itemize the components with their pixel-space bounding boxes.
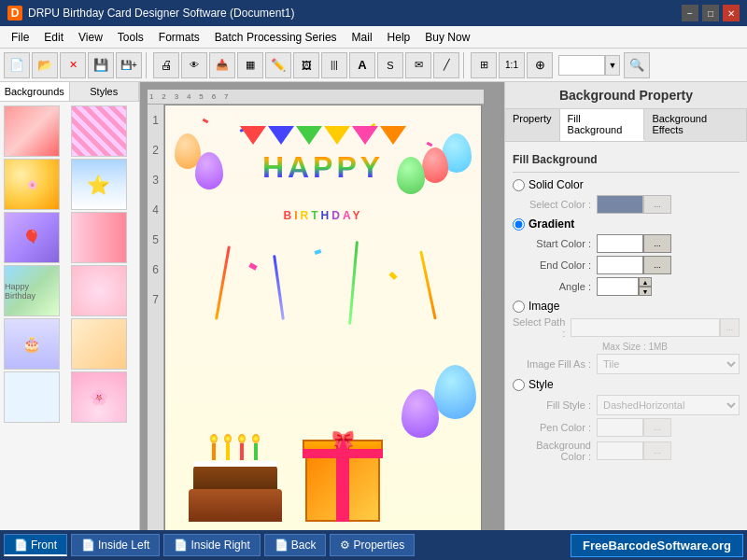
bg-thumb-7[interactable]: Happy Birthday [4,265,60,316]
tab-back[interactable]: 📄 Back [264,534,327,556]
tab-fill-background[interactable]: Fill Background [560,109,645,141]
pencil-button[interactable]: ✏️ [265,52,291,78]
tab-properties[interactable]: ⚙ Properties [330,534,415,556]
menu-tools[interactable]: Tools [110,29,151,46]
menubar: File Edit View Tools Formats Batch Proce… [0,26,747,49]
gradient-radio[interactable] [513,218,525,231]
menu-buynow[interactable]: Buy Now [417,29,477,46]
save-as-button[interactable]: 💾+ [116,52,142,78]
toolbar: 📄 📂 ✕ 💾 💾+ 🖨 👁 📥 ▦ ✏️ 🖼 ||| A S ✉ ╱ ⊞ 1:… [0,49,747,82]
pen-color-browse[interactable]: ... [643,418,671,437]
end-color-browse[interactable]: ... [643,256,671,274]
menu-batch[interactable]: Batch Processing Series [207,29,345,46]
import-button[interactable]: 📥 [209,52,235,78]
shape-button[interactable]: S [377,52,403,78]
inside-right-label: Inside Right [190,539,249,552]
image-radio[interactable] [513,301,525,313]
end-color-row: End Color : ... [513,256,740,274]
path-browse[interactable]: ... [720,318,740,337]
ruler-button[interactable]: 1:1 [499,52,525,78]
bg-thumb-1[interactable] [4,105,60,157]
text-button[interactable]: A [349,52,375,78]
menu-help[interactable]: Help [380,29,418,46]
titlebar-controls: − □ ✕ [682,5,740,21]
gradient-label: Gradient [529,217,574,231]
maximize-button[interactable]: □ [702,5,719,21]
barcode-button[interactable]: ▦ [237,52,263,78]
path-input[interactable] [571,318,720,337]
back-icon: 📄 [275,539,289,552]
sign-button[interactable]: ✉ [405,52,431,78]
menu-formats[interactable]: Formats [151,29,207,46]
bg-thumb-9[interactable]: 🎂 [4,318,60,370]
fill-style-select[interactable]: DashedHorizontal DashedVertical Solid [597,395,740,415]
inside-left-label: Inside Left [98,539,149,552]
solid-color-browse[interactable]: ... [643,195,671,214]
line-button[interactable]: ╱ [433,52,459,78]
bg-thumb-3[interactable]: 🌸 [4,159,60,210]
minimize-button[interactable]: − [682,5,698,21]
image-fill-as-label: Image Fill As : [513,358,597,370]
bg-thumb-12[interactable]: 🌸 [71,371,127,423]
bg-color-row: Background Color : ... [513,440,740,462]
select-path-row: Select Path : ... [513,316,740,339]
open-button[interactable]: 📂 [32,52,58,78]
start-color-browse[interactable]: ... [643,234,671,253]
tab-backgrounds[interactable]: Backgrounds [0,82,70,101]
pen-color-swatch[interactable] [597,418,643,437]
properties-label: Properties [353,539,404,552]
menu-edit[interactable]: Edit [36,29,71,46]
bg-color-swatch[interactable] [597,441,643,460]
solid-color-swatch[interactable] [597,195,643,214]
new-button[interactable]: 📄 [4,52,30,78]
card-canvas[interactable]: HAPPY BIRTHDAY [164,105,482,530]
tab-inside-left[interactable]: 📄 Inside Left [71,534,160,556]
start-color-swatch[interactable] [597,234,643,253]
image-button[interactable]: 🖼 [293,52,319,78]
tab-property[interactable]: Property [505,109,560,141]
bottom-tabs-left: 📄 Front 📄 Inside Left 📄 Inside Right 📄 B… [4,534,415,556]
tab-inside-right[interactable]: 📄 Inside Right [163,534,260,556]
bg-thumb-2[interactable] [71,105,127,157]
grid-button[interactable]: ⊞ [471,52,497,78]
max-size-label: Max Size : 1MB [602,342,740,352]
front-icon: 📄 [14,539,28,552]
tab-front[interactable]: 📄 Front [4,534,67,556]
angle-row: Angle : 359 ▲ ▼ [513,277,740,296]
close-button[interactable]: ✕ [723,5,740,21]
preview-button[interactable]: 👁 [181,52,207,78]
angle-spinbox: ▲ ▼ [639,277,652,296]
menu-file[interactable]: File [4,29,36,46]
menu-view[interactable]: View [71,29,110,46]
bg-color-browse[interactable]: ... [643,441,671,460]
canvas-with-ruler: 1234567 [148,105,484,530]
fill-style-row: Fill Style : DashedHorizontal DashedVert… [513,395,740,415]
angle-up-btn[interactable]: ▲ [639,277,652,287]
image-fill-select[interactable]: Tile Stretch Center [597,354,740,374]
bg-thumb-6[interactable] [71,212,127,263]
zoom-dropdown-btn[interactable]: ▼ [605,55,620,76]
bg-thumb-8[interactable] [71,265,127,316]
angle-input[interactable]: 359 [597,277,639,296]
menu-mail[interactable]: Mail [345,29,380,46]
style-radio[interactable] [513,379,525,391]
save-button[interactable]: 💾 [88,52,114,78]
zoom-out-button[interactable]: 🔍 [624,52,650,78]
sidebar-tabs: Backgrounds Styles [0,82,139,102]
bg-thumb-5[interactable]: 🎈 [4,212,60,263]
end-color-swatch[interactable] [597,256,643,274]
barcode2-button[interactable]: ||| [321,52,347,78]
app-icon: D [7,6,22,21]
zoom-in-button[interactable]: ⊕ [527,52,553,78]
bg-thumb-10[interactable] [71,318,127,370]
close-doc-button[interactable]: ✕ [60,52,86,78]
zoom-input[interactable]: 150% [558,55,605,76]
bg-thumb-4[interactable]: ⭐ [71,159,127,210]
tab-background-effects[interactable]: Background Effects [644,109,747,141]
print-button[interactable]: 🖨 [153,52,179,78]
tab-styles[interactable]: Styles [70,82,140,101]
birthday-text: BIRTHDAY [165,188,481,228]
bg-thumb-11[interactable] [4,371,60,423]
solid-color-radio[interactable] [513,179,525,191]
angle-down-btn[interactable]: ▼ [639,287,652,296]
